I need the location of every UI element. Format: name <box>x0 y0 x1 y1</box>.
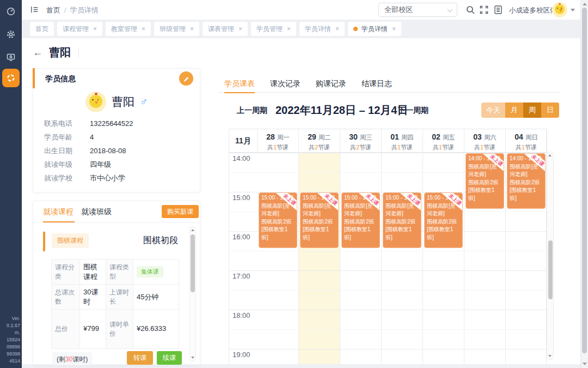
tabbar-tab-3[interactable]: 班级管理× <box>154 22 199 36</box>
scroll-up-icon[interactable] <box>548 154 552 156</box>
scroll-down-icon[interactable] <box>548 355 552 357</box>
count-prefix: 共 <box>267 144 273 150</box>
collapse-sidebar-icon[interactable] <box>30 5 39 16</box>
info-label: 课程分类 <box>52 260 80 285</box>
day-date: 01 <box>390 132 399 141</box>
scroll-down-icon[interactable] <box>191 357 194 359</box>
calendar-event[interactable]: 14:00 - 15:30围棋高阶[星河老师]围棋高阶2班[围棋教室1班]未上课 <box>465 153 504 209</box>
buy-course-button[interactable]: 购买新课 <box>162 205 199 218</box>
time-label: 15:00 <box>232 194 250 202</box>
calendar-event[interactable]: 15:00 - 16:30围棋高阶[星河老师]围棋高阶2班[围棋教室1班]未上课 <box>259 192 297 248</box>
field-label: 就读年级 <box>44 158 90 171</box>
scrollbar-thumb[interactable] <box>582 8 587 353</box>
time-label: 18:00 <box>232 311 250 319</box>
back-button[interactable]: ← <box>33 47 42 58</box>
day-weekday: 周四 <box>401 134 414 141</box>
field-label: 出生日期 <box>44 144 90 158</box>
transfer-course-button[interactable]: 转课 <box>127 351 153 365</box>
tab-close-icon[interactable]: × <box>335 26 339 32</box>
day-header-30[interactable]: 30周三共2节课 <box>340 129 382 153</box>
count-prefix: 共 <box>309 144 315 150</box>
day-header-29[interactable]: 29周二共2节课 <box>299 129 340 153</box>
tab-student-timetable[interactable]: 学员课表 <box>224 76 255 92</box>
day-header-02[interactable]: 02周五共1节课 <box>423 129 464 153</box>
course-info-table: 课程分类 围棋课程 课程类型 集体课 总课次数 30课时 上课时长 45分钟 总… <box>51 259 179 349</box>
month-view-button[interactable]: 月 <box>505 102 523 118</box>
version-info: Ver.0.2.67m.1592409896993984514 <box>0 315 20 365</box>
document-list-icon[interactable] <box>493 5 503 17</box>
fullscreen-icon[interactable] <box>479 5 489 17</box>
tabbar-tab-7[interactable]: 学员详情× <box>348 22 401 36</box>
tab-label: 学员详情 <box>362 25 388 34</box>
prev-period-button[interactable]: 上一周期 <box>237 106 267 116</box>
count-prefix: 共 <box>433 144 439 150</box>
scroll-down-icon[interactable] <box>583 363 587 365</box>
calendar-event[interactable]: 15:00 - 16:30围棋高阶[星河老师]围棋高阶2班[围棋教室1班]未上课 <box>341 192 380 248</box>
calendar-event[interactable]: 15:00 - 16:30围棋高阶[星河老师]围棋高阶2班[围棋教室1班]未上课 <box>300 192 339 248</box>
tabbar-tab-5[interactable]: 学员管理× <box>251 22 296 36</box>
tab-enrolled-courses[interactable]: 就读课程 <box>43 207 74 217</box>
info-value: 围棋课程 <box>80 260 106 285</box>
dashboard-icon[interactable] <box>0 2 22 21</box>
version-line: 09896 <box>0 343 20 351</box>
tab-close-icon[interactable]: × <box>142 26 145 32</box>
day-header-03[interactable]: 03周六共1节课 <box>464 129 506 153</box>
count-prefix: 共 <box>391 144 397 150</box>
day-view-button[interactable]: 日 <box>541 102 559 118</box>
search-icon[interactable] <box>465 5 475 17</box>
day-weekday: 周六 <box>484 134 497 141</box>
tabbar-tab-4[interactable]: 课表管理× <box>203 22 248 36</box>
tabbar-tab-2[interactable]: 教室管理× <box>106 22 151 36</box>
breadcrumb: 首页/学员详情 <box>46 5 99 15</box>
breadcrumb-home[interactable]: 首页 <box>46 6 60 14</box>
scroll-up-icon[interactable] <box>583 3 587 5</box>
tab-course-end-log[interactable]: 结课日志 <box>362 76 392 92</box>
window-scrollbar[interactable] <box>580 0 588 368</box>
user-avatar[interactable] <box>552 2 567 20</box>
scrollbar-thumb[interactable] <box>548 240 553 299</box>
settings-gear-icon[interactable] <box>0 25 22 44</box>
page-tabbar: 首页课程管理×教室管理×班级管理×课表管理×学员管理×学员详情×学员详情× <box>22 20 580 38</box>
scrollbar-thumb[interactable] <box>191 234 195 292</box>
calendar-event[interactable]: 15:00 - 16:30围棋高阶[星河老师]围棋高阶2班[围棋教室1班]未上课 <box>383 192 421 248</box>
tab-close-icon[interactable]: × <box>93 26 97 32</box>
calendar-event[interactable]: 15:00 - 16:30围棋高阶[星河老师]围棋高阶2班[围棋教室1班]未上课 <box>424 192 463 248</box>
student-name: 曹阳 <box>112 94 134 110</box>
tabbar-tab-1[interactable]: 课程管理× <box>57 22 102 36</box>
scroll-up-icon[interactable] <box>191 229 194 231</box>
event-class-room: 围棋高阶2班[围棋教室1班] <box>427 218 460 242</box>
course-list-scrollbar[interactable] <box>189 226 196 361</box>
day-header-28[interactable]: 28周一共1节课 <box>258 129 299 153</box>
day-date: 29 <box>308 132 316 141</box>
renew-course-button[interactable]: 续课 <box>157 351 182 365</box>
tab-close-icon[interactable]: × <box>238 26 242 32</box>
tab-lesson-records[interactable]: 课次记录 <box>270 76 301 92</box>
tab-purchase-records[interactable]: 购课记录 <box>316 76 346 92</box>
tab-close-icon[interactable]: × <box>190 26 194 32</box>
tabbar-tab-6[interactable]: 学员详情× <box>299 22 345 36</box>
monitor-icon[interactable] <box>0 48 22 67</box>
today-button[interactable]: 今天 <box>481 102 505 118</box>
count-prefix: 共 <box>350 144 356 150</box>
tabbar-tab-0[interactable]: 首页 <box>30 22 54 36</box>
campus-select[interactable]: 全部校区 <box>378 3 457 17</box>
tab-enrolled-classes[interactable]: 就读班级 <box>81 207 112 217</box>
schedule-tabs: 学员课表 课次记录 购课记录 结课日志 <box>218 76 561 93</box>
active-module-button[interactable] <box>2 69 20 87</box>
tab-close-icon[interactable]: × <box>392 26 396 32</box>
week-navigation: 上一周期 2022年11月28日 – 12月4日 下一周期 今天 月 周 日 <box>218 101 561 120</box>
day-lesson-count: 共1节课 <box>258 143 298 152</box>
day-header-04[interactable]: 04周日共1节课 <box>506 129 547 153</box>
user-menu-caret-icon[interactable] <box>571 9 575 11</box>
count-suffix: 节课 <box>401 144 413 150</box>
calendar-event[interactable]: 14:00 - 15:30围棋高阶[星河老师]围棋高阶2班[围棋教室1班]未上课 <box>507 153 546 209</box>
day-header-01[interactable]: 01周四共1节课 <box>382 129 423 153</box>
tab-close-icon[interactable]: × <box>287 26 291 32</box>
week-view-button[interactable]: 周 <box>523 102 541 118</box>
tab-label: 班级管理 <box>160 25 186 34</box>
day-lesson-count: 共1节课 <box>506 143 547 152</box>
edit-student-button[interactable] <box>179 71 193 86</box>
count-suffix: 节课 <box>483 144 495 150</box>
next-period-button[interactable]: 下一周期 <box>398 106 428 116</box>
calendar-scrollbar[interactable] <box>547 152 554 360</box>
